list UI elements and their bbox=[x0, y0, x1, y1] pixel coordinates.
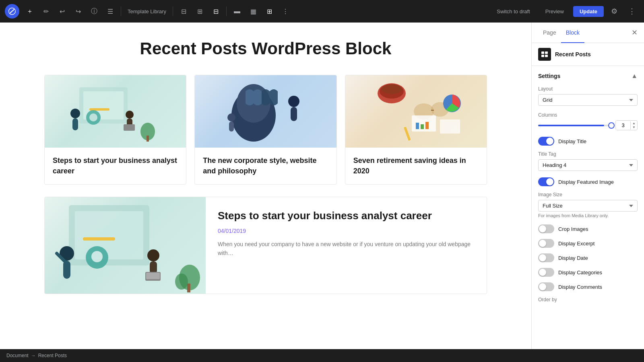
svg-rect-17 bbox=[229, 121, 234, 132]
featured-illus-content bbox=[45, 197, 206, 294]
svg-rect-33 bbox=[83, 237, 115, 241]
wp-logo[interactable] bbox=[5, 4, 19, 19]
toggle-display-categories-control[interactable] bbox=[538, 268, 554, 277]
view-1-button[interactable]: ▬ bbox=[230, 4, 244, 19]
image-size-select[interactable]: Thumbnail Medium Large Full Size bbox=[538, 200, 638, 212]
toggle-track-display-comments[interactable] bbox=[538, 282, 554, 291]
close-panel-button[interactable]: ✕ bbox=[632, 23, 638, 43]
svg-point-38 bbox=[91, 251, 103, 262]
switch-draft-button[interactable]: Switch to draft bbox=[491, 6, 536, 17]
toggle-display-featured-image-control[interactable] bbox=[538, 177, 554, 186]
toggle-track-crop-images[interactable] bbox=[538, 224, 554, 233]
toggle-crop-images-control[interactable] bbox=[538, 224, 554, 233]
align-right-button[interactable]: ⊟ bbox=[208, 4, 223, 19]
columns-number: ▲ ▼ bbox=[615, 120, 638, 130]
toggle-label-display-title: Display Title bbox=[558, 138, 586, 144]
columns-input[interactable] bbox=[616, 121, 630, 130]
settings-collapse-button[interactable]: ▲ bbox=[631, 72, 638, 80]
undo-button[interactable]: ↩ bbox=[55, 4, 69, 19]
toggle-thumb-display-categories bbox=[539, 269, 546, 276]
separator-1 bbox=[121, 6, 121, 16]
settings-icon-button[interactable]: ⚙ bbox=[607, 4, 621, 19]
svg-point-20 bbox=[382, 84, 402, 94]
edit-button[interactable]: ✏ bbox=[39, 4, 53, 19]
toolbar-right: Switch to draft Preview Update ⚙ ⋮ bbox=[491, 4, 639, 19]
columns-increment-button[interactable]: ▲ bbox=[631, 121, 637, 125]
slider-track bbox=[538, 125, 611, 126]
svg-rect-27 bbox=[421, 124, 424, 129]
post-card-body-1: Steps to start your business analyst car… bbox=[45, 148, 186, 184]
title-tag-row: Title Tag Heading 1 Heading 2 Heading 3 … bbox=[538, 151, 638, 171]
toggle-display-categories: Display Categories bbox=[538, 268, 638, 277]
svg-rect-29 bbox=[404, 127, 411, 141]
toggle-track-display-categories[interactable] bbox=[538, 268, 554, 277]
columns-stepper: ▲ ▼ bbox=[630, 121, 637, 130]
toggle-display-excerpt-control[interactable] bbox=[538, 239, 554, 248]
svg-rect-15 bbox=[291, 107, 297, 121]
title-tag-select[interactable]: Heading 1 Heading 2 Heading 3 Heading 4 … bbox=[538, 159, 638, 171]
post-card-body-3: Seven retirement saving ideas in 2020 bbox=[345, 148, 487, 184]
toggle-track-display-title[interactable] bbox=[538, 137, 554, 146]
columns-slider[interactable] bbox=[538, 121, 611, 130]
align-left-button[interactable]: ⊟ bbox=[176, 4, 191, 19]
toggle-track-display-featured-image[interactable] bbox=[538, 177, 554, 186]
more-options-button[interactable]: ⋮ bbox=[278, 4, 293, 19]
post-card-body-2: The new corporate style, website and phi… bbox=[195, 148, 336, 184]
editor-area: Recent Posts WordPress Block bbox=[0, 23, 531, 349]
panel-tabs: Page Block ✕ bbox=[532, 23, 644, 43]
tab-page[interactable]: Page bbox=[538, 23, 561, 43]
post-card-3: Seven retirement saving ideas in 2020 bbox=[345, 75, 487, 184]
toggle-thumb-display-excerpt bbox=[539, 240, 546, 247]
slider-thumb[interactable] bbox=[608, 122, 615, 129]
breadcrumb-arrow: → bbox=[31, 353, 36, 358]
add-block-button[interactable]: ＋ bbox=[23, 4, 37, 19]
more-icon-button[interactable]: ⋮ bbox=[625, 4, 639, 19]
toggle-thumb-display-featured-image bbox=[546, 178, 553, 185]
featured-post: Steps to start your business analyst car… bbox=[44, 197, 487, 294]
view-2-button[interactable]: ▦ bbox=[246, 4, 260, 19]
title-tag-label: Title Tag bbox=[538, 151, 638, 157]
layout-select[interactable]: Grid List bbox=[538, 94, 638, 106]
toggle-track-display-excerpt[interactable] bbox=[538, 239, 554, 248]
layout-row: Layout Grid List bbox=[538, 86, 638, 106]
toggle-display-comments: Display Comments bbox=[538, 282, 638, 291]
toggle-display-comments-control[interactable] bbox=[538, 282, 554, 291]
toolbar: ＋ ✏ ↩ ↪ ⓘ ☰ Template Library ⊟ ⊞ ⊟ ▬ ▦ ⊞… bbox=[0, 0, 644, 23]
svg-point-44 bbox=[175, 274, 188, 290]
toggle-display-featured-image: Display Featured Image bbox=[538, 177, 638, 186]
redo-button[interactable]: ↪ bbox=[71, 4, 85, 19]
toggle-crop-images: Crop Images bbox=[538, 224, 638, 233]
svg-point-39 bbox=[147, 249, 159, 261]
toggle-track-display-date[interactable] bbox=[538, 253, 554, 262]
view-3-button[interactable]: ⊞ bbox=[262, 4, 277, 19]
settings-section-header: Settings ▲ bbox=[538, 72, 638, 80]
post-card-image-2 bbox=[195, 75, 336, 148]
layout-label: Layout bbox=[538, 86, 638, 92]
columns-decrement-button[interactable]: ▼ bbox=[631, 125, 637, 130]
update-button[interactable]: Update bbox=[573, 6, 604, 17]
toggle-label-display-date: Display Date bbox=[558, 255, 588, 261]
tab-block[interactable]: Block bbox=[561, 23, 584, 43]
settings-section: Settings ▲ Layout Grid List Columns bbox=[532, 66, 644, 315]
toggle-display-date-control[interactable] bbox=[538, 253, 554, 262]
svg-rect-28 bbox=[425, 122, 429, 129]
svg-rect-11 bbox=[147, 136, 149, 142]
info-button[interactable]: ⓘ bbox=[87, 4, 101, 19]
image-size-note: For images from Media Library only. bbox=[538, 213, 638, 218]
align-center-button[interactable]: ⊞ bbox=[192, 4, 207, 19]
breadcrumb-bar: Document → Recent Posts bbox=[0, 349, 644, 362]
toggle-display-date: Display Date bbox=[538, 253, 638, 262]
separator-3 bbox=[226, 6, 227, 16]
toggle-display-title-control[interactable] bbox=[538, 137, 554, 146]
toggle-display-excerpt: Display Excerpt bbox=[538, 239, 638, 248]
columns-row: ▲ ▼ bbox=[538, 120, 638, 130]
image-size-row: Image Size Thumbnail Medium Large Full S… bbox=[538, 192, 638, 218]
svg-rect-4 bbox=[72, 118, 78, 130]
post-card-2: The new corporate style, website and phi… bbox=[194, 75, 336, 184]
featured-post-excerpt: When you need your company to have a new… bbox=[218, 240, 475, 258]
preview-button[interactable]: Preview bbox=[539, 6, 570, 17]
panel-block-title: Recent Posts bbox=[555, 51, 591, 58]
svg-rect-49 bbox=[545, 55, 548, 57]
toggle-label-display-categories: Display Categories bbox=[558, 269, 602, 276]
list-view-button[interactable]: ☰ bbox=[103, 4, 118, 19]
